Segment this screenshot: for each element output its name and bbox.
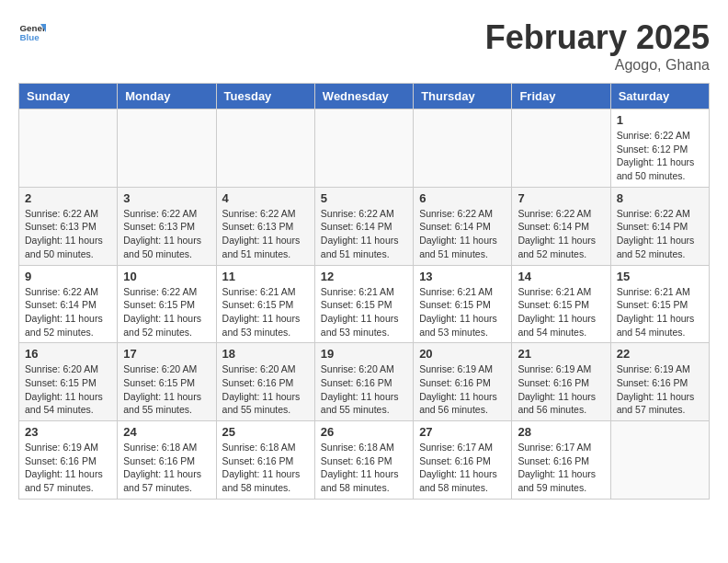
calendar-week-1: 1Sunrise: 6:22 AM Sunset: 6:12 PM Daylig… [19, 109, 710, 188]
day-number: 18 [222, 347, 309, 361]
calendar-cell: 9Sunrise: 6:22 AM Sunset: 6:14 PM Daylig… [19, 265, 118, 343]
day-number: 4 [222, 191, 309, 205]
calendar-cell: 5Sunrise: 6:22 AM Sunset: 6:14 PM Daylig… [314, 187, 413, 265]
day-number: 16 [25, 347, 111, 361]
day-info: Sunrise: 6:20 AM Sunset: 6:15 PM Dayligh… [25, 362, 111, 417]
calendar-cell [118, 109, 216, 188]
day-info: Sunrise: 6:22 AM Sunset: 6:13 PM Dayligh… [222, 207, 309, 261]
day-info: Sunrise: 6:22 AM Sunset: 6:15 PM Dayligh… [123, 285, 210, 339]
day-number: 11 [222, 270, 309, 283]
day-number: 24 [123, 425, 210, 439]
day-number: 9 [25, 270, 111, 283]
day-info: Sunrise: 6:22 AM Sunset: 6:12 PM Dayligh… [617, 129, 703, 183]
calendar-cell [216, 109, 314, 188]
calendar-cell: 18Sunrise: 6:20 AM Sunset: 6:16 PM Dayli… [216, 343, 314, 421]
calendar-cell [19, 109, 118, 188]
calendar-cell: 2Sunrise: 6:22 AM Sunset: 6:13 PM Daylig… [19, 187, 118, 265]
calendar-cell: 17Sunrise: 6:20 AM Sunset: 6:15 PM Dayli… [118, 343, 216, 421]
calendar-cell: 13Sunrise: 6:21 AM Sunset: 6:15 PM Dayli… [414, 265, 512, 343]
logo: General Blue [18, 18, 46, 46]
day-number: 14 [518, 270, 604, 283]
day-info: Sunrise: 6:22 AM Sunset: 6:13 PM Dayligh… [25, 207, 111, 261]
location-subtitle: Agogo, Ghana [485, 57, 710, 74]
title-area: February 2025 Agogo, Ghana [485, 18, 710, 74]
col-wednesday: Wednesday [314, 84, 413, 109]
day-number: 7 [518, 191, 604, 205]
day-info: Sunrise: 6:18 AM Sunset: 6:16 PM Dayligh… [222, 441, 309, 495]
day-number: 1 [617, 113, 703, 127]
calendar-week-2: 2Sunrise: 6:22 AM Sunset: 6:13 PM Daylig… [19, 187, 710, 265]
day-number: 17 [123, 347, 210, 361]
day-number: 25 [222, 425, 309, 439]
calendar-cell: 23Sunrise: 6:19 AM Sunset: 6:16 PM Dayli… [19, 421, 118, 500]
svg-text:Blue: Blue [20, 32, 40, 42]
col-tuesday: Tuesday [216, 84, 314, 109]
calendar-week-4: 16Sunrise: 6:20 AM Sunset: 6:15 PM Dayli… [19, 343, 710, 421]
calendar-cell: 21Sunrise: 6:19 AM Sunset: 6:16 PM Dayli… [512, 343, 610, 421]
day-info: Sunrise: 6:22 AM Sunset: 6:14 PM Dayligh… [518, 207, 604, 261]
calendar-cell: 15Sunrise: 6:21 AM Sunset: 6:15 PM Dayli… [610, 265, 709, 343]
day-number: 6 [419, 191, 506, 205]
day-number: 2 [25, 191, 111, 205]
calendar-cell [414, 109, 512, 188]
calendar-cell: 28Sunrise: 6:17 AM Sunset: 6:16 PM Dayli… [512, 421, 610, 500]
calendar-cell [314, 109, 413, 188]
calendar-cell: 10Sunrise: 6:22 AM Sunset: 6:15 PM Dayli… [118, 265, 216, 343]
col-thursday: Thursday [414, 84, 512, 109]
day-number: 27 [419, 425, 506, 439]
day-info: Sunrise: 6:20 AM Sunset: 6:16 PM Dayligh… [321, 362, 407, 417]
day-info: Sunrise: 6:21 AM Sunset: 6:15 PM Dayligh… [321, 285, 407, 339]
logo-icon: General Blue [18, 18, 46, 46]
day-number: 28 [518, 425, 604, 439]
day-number: 5 [321, 191, 407, 205]
calendar-week-5: 23Sunrise: 6:19 AM Sunset: 6:16 PM Dayli… [19, 421, 710, 500]
calendar-cell: 4Sunrise: 6:22 AM Sunset: 6:13 PM Daylig… [216, 187, 314, 265]
day-info: Sunrise: 6:21 AM Sunset: 6:15 PM Dayligh… [222, 285, 309, 339]
day-info: Sunrise: 6:22 AM Sunset: 6:14 PM Dayligh… [419, 207, 506, 261]
month-title: February 2025 [485, 18, 710, 57]
day-info: Sunrise: 6:18 AM Sunset: 6:16 PM Dayligh… [123, 441, 210, 495]
calendar-cell: 24Sunrise: 6:18 AM Sunset: 6:16 PM Dayli… [118, 421, 216, 500]
day-info: Sunrise: 6:21 AM Sunset: 6:15 PM Dayligh… [617, 285, 703, 339]
calendar-cell: 22Sunrise: 6:19 AM Sunset: 6:16 PM Dayli… [610, 343, 709, 421]
day-info: Sunrise: 6:17 AM Sunset: 6:16 PM Dayligh… [419, 441, 506, 495]
calendar-cell: 14Sunrise: 6:21 AM Sunset: 6:15 PM Dayli… [512, 265, 610, 343]
day-number: 3 [123, 191, 210, 205]
calendar-cell: 6Sunrise: 6:22 AM Sunset: 6:14 PM Daylig… [414, 187, 512, 265]
col-friday: Friday [512, 84, 610, 109]
calendar-cell [512, 109, 610, 188]
day-info: Sunrise: 6:22 AM Sunset: 6:14 PM Dayligh… [321, 207, 407, 261]
calendar-cell: 11Sunrise: 6:21 AM Sunset: 6:15 PM Dayli… [216, 265, 314, 343]
calendar-cell: 3Sunrise: 6:22 AM Sunset: 6:13 PM Daylig… [118, 187, 216, 265]
day-info: Sunrise: 6:21 AM Sunset: 6:15 PM Dayligh… [419, 285, 506, 339]
calendar-cell: 12Sunrise: 6:21 AM Sunset: 6:15 PM Dayli… [314, 265, 413, 343]
calendar-cell: 8Sunrise: 6:22 AM Sunset: 6:14 PM Daylig… [610, 187, 709, 265]
calendar-cell: 7Sunrise: 6:22 AM Sunset: 6:14 PM Daylig… [512, 187, 610, 265]
calendar-cell: 27Sunrise: 6:17 AM Sunset: 6:16 PM Dayli… [414, 421, 512, 500]
day-number: 13 [419, 270, 506, 283]
day-info: Sunrise: 6:19 AM Sunset: 6:16 PM Dayligh… [419, 362, 506, 417]
day-info: Sunrise: 6:19 AM Sunset: 6:16 PM Dayligh… [518, 362, 604, 417]
day-info: Sunrise: 6:19 AM Sunset: 6:16 PM Dayligh… [617, 362, 703, 417]
day-number: 10 [123, 270, 210, 283]
day-number: 8 [617, 191, 703, 205]
day-info: Sunrise: 6:22 AM Sunset: 6:14 PM Dayligh… [617, 207, 703, 261]
header-row: Sunday Monday Tuesday Wednesday Thursday… [19, 84, 710, 109]
calendar-cell: 1Sunrise: 6:22 AM Sunset: 6:12 PM Daylig… [610, 109, 709, 188]
day-number: 15 [617, 270, 703, 283]
day-number: 21 [518, 347, 604, 361]
day-number: 12 [321, 270, 407, 283]
col-saturday: Saturday [610, 84, 709, 109]
day-info: Sunrise: 6:18 AM Sunset: 6:16 PM Dayligh… [321, 441, 407, 495]
calendar-cell [610, 421, 709, 500]
day-info: Sunrise: 6:20 AM Sunset: 6:15 PM Dayligh… [123, 362, 210, 417]
calendar-cell: 16Sunrise: 6:20 AM Sunset: 6:15 PM Dayli… [19, 343, 118, 421]
calendar-cell: 20Sunrise: 6:19 AM Sunset: 6:16 PM Dayli… [414, 343, 512, 421]
day-info: Sunrise: 6:22 AM Sunset: 6:14 PM Dayligh… [25, 285, 111, 339]
calendar-cell: 25Sunrise: 6:18 AM Sunset: 6:16 PM Dayli… [216, 421, 314, 500]
calendar-cell: 19Sunrise: 6:20 AM Sunset: 6:16 PM Dayli… [314, 343, 413, 421]
day-number: 20 [419, 347, 506, 361]
calendar-cell: 26Sunrise: 6:18 AM Sunset: 6:16 PM Dayli… [314, 421, 413, 500]
day-info: Sunrise: 6:17 AM Sunset: 6:16 PM Dayligh… [518, 441, 604, 495]
day-number: 19 [321, 347, 407, 361]
